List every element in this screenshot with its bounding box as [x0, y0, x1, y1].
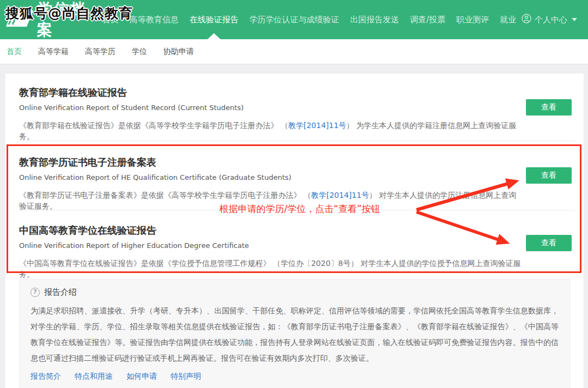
report-description: 《教育部学籍在线验证报告》是依据《高等学校学生学籍学历电子注册办法》 （教学[2… [19, 120, 524, 142]
main-content-card: 教育部学籍在线验证报告 Online Verification Report o… [5, 74, 584, 388]
subnav-item-home[interactable]: 首页 [7, 47, 22, 57]
user-icon [522, 14, 531, 26]
report-subtitle-en: Online Verification Report of Higher Edu… [19, 241, 524, 251]
question-mark-icon: ? [30, 288, 40, 297]
intro-header: ? 报告介绍 [30, 287, 559, 298]
report-title: 中国高等教育学位在线验证报告 [19, 223, 524, 238]
report-subtitle-en: Online Verification Report of HE Qualifi… [19, 173, 524, 183]
report-intro-panel: ? 报告介绍 为满足求职招聘、派遣接收、升学（考研、专升本）、出国留学、干部任免… [19, 279, 570, 388]
nav-item-higher-education-info[interactable]: 高等教育信息 [124, 0, 184, 39]
annotation-text: 根据申请的学历/学位，点击“查看”按钮 [219, 203, 380, 215]
report-description: 《中国高等教育学位在线验证报告》是依据《学位授予信息管理工作规程》 （学位办〔2… [19, 258, 524, 280]
link-report-overview[interactable]: 报告简介 [30, 372, 61, 380]
nav-item-survey-vote[interactable]: 调查/投票 [405, 0, 451, 39]
report-section-degree-certificate: 中国高等教育学位在线验证报告 Online Verification Repor… [19, 223, 524, 280]
view-button-degree-certificate[interactable]: 查看 [526, 235, 572, 251]
regulation-link[interactable]: 教学[2014]11号 [288, 121, 346, 130]
nav-item-overseas-report[interactable]: 出国报告发送 [345, 0, 405, 39]
link-features-and-uses[interactable]: 特点和用途 [75, 372, 113, 380]
section-divider [19, 141, 575, 141]
user-menu[interactable]: 个人中心 [522, 14, 588, 26]
intro-body-text: 为满足求职招聘、派遣接收、升学（考研、专升本）、出国留学、干部任免、职称评定、信… [30, 303, 559, 366]
main-nav: 首页 高等教育信息 在线验证报告 学历学位认证与成绩验证 出国报告发送 调查/投… [97, 0, 522, 39]
report-title: 教育部学历证书电子注册备案表 [19, 155, 524, 169]
view-button-student-record[interactable]: 查看 [526, 99, 572, 116]
nav-item-label: 在线验证报告 [189, 15, 238, 25]
subnav-item-assisted-application[interactable]: 协助申请 [163, 47, 194, 57]
nav-item-career-assessment[interactable]: 职业测评 [451, 0, 494, 39]
view-button-qualification-certificate[interactable]: 查看 [526, 167, 572, 184]
user-menu-label: 个人中心 [535, 15, 567, 25]
report-section-student-record: 教育部学籍在线验证报告 Online Verification Report o… [19, 86, 524, 142]
chevron-down-icon [572, 18, 577, 21]
nav-item-online-verification-report[interactable]: 在线验证报告 [184, 0, 244, 39]
report-subtitle-en: Online Verification Report of Student Re… [19, 103, 524, 113]
watermark-text: 搜狐号@尚自然教育 [5, 4, 133, 22]
sub-nav: 首页 高等学籍 高等学历 学位 协助申请 [0, 39, 588, 64]
subnav-item-degree[interactable]: 学位 [132, 47, 147, 57]
report-title: 教育部学籍在线验证报告 [19, 86, 524, 100]
regulation-link[interactable]: 教学[2014]11号 [311, 191, 369, 199]
subnav-item-qualification[interactable]: 高等学历 [85, 47, 115, 57]
subnav-item-student-record[interactable]: 高等学籍 [38, 47, 69, 57]
link-how-to-apply[interactable]: 如何申请 [126, 372, 157, 380]
intro-title: 报告介绍 [44, 287, 77, 298]
nav-item-employment[interactable]: 就业 [494, 0, 522, 39]
active-tab-indicator [207, 33, 220, 39]
link-special-statement[interactable]: 特别声明 [170, 372, 201, 380]
intro-links: 报告简介 特点和用途 如何申请 特别声明 [30, 371, 559, 381]
nav-item-qualification-authentication[interactable]: 学历学位认证与成绩验证 [244, 0, 345, 39]
